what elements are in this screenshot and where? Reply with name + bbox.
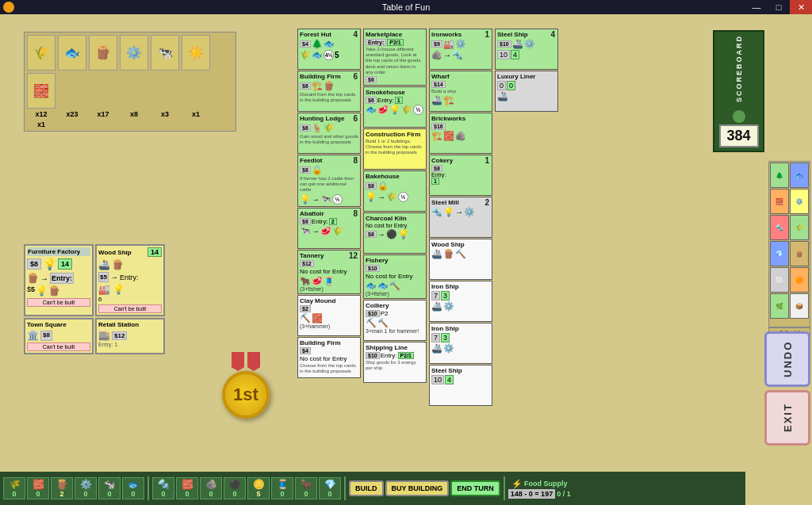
building-cokery: Cokery 1 $8 Entry: 1 xyxy=(429,155,492,196)
bottom-res-grain: 🌾 0 xyxy=(3,477,25,499)
mini-card-3: 🧱 xyxy=(770,189,789,214)
buy-building-button[interactable]: BUY BUILDING xyxy=(385,480,450,496)
minimize-button[interactable]: — xyxy=(745,0,768,14)
building-tannery: Tannery 12 $12 No cost for Entry 🐂 🥩 🧵 (… xyxy=(297,250,361,294)
mini-card-8: 🪵 xyxy=(790,241,809,266)
count-metal: x8 xyxy=(120,110,148,118)
bottom-res-gem: 💎 0 xyxy=(319,477,341,499)
town-square-card: Town Square 🏛️ $8 Can't be built xyxy=(24,318,94,354)
mini-cards-panel: 🌲 🐟 🧱 ⚙️ 🔩 🌾 💎 🪵 ⬜ 🟠 🌿 📦 xyxy=(768,161,810,327)
mini-card-4: ⚙️ xyxy=(790,189,809,214)
building-forest-hut: Forest Hut 4 $4 🌲 🐟 🌾 🐟 4½ 5 xyxy=(297,29,361,70)
bottom-res-fish: 🐟 0 xyxy=(122,477,144,499)
bottom-res-brick: 🧱 0 xyxy=(27,477,49,499)
furniture-factory-title: Furniture Factory xyxy=(27,247,90,256)
score-circle xyxy=(731,109,747,124)
mini-card-5: 🔩 xyxy=(770,215,789,240)
building-wharf: Wharf $14 Build a ship 🚢 🏗️ xyxy=(429,71,492,112)
building-brickworks: Brickworks $16 🏗️ 🧱 🪨 xyxy=(429,113,492,154)
building-col-3: Ironworks 1 $9 🏭 ⚙️ 🪨 → 🔩 Wharf xyxy=(429,29,494,406)
token-grain: 🌾 xyxy=(27,35,56,71)
score-label: SCOREBOARD xyxy=(735,35,743,102)
food-supply-area: ⚡ Food Supply 148 - 0 = 197 0 / 1 xyxy=(508,479,571,499)
town-square-title: Town Square xyxy=(27,321,90,328)
building-bakehouse: Bakehouse $8 🔒 💡 → 🌾 ½ xyxy=(363,170,427,212)
main-game-area: 🌾 🐟 🪵 ⚙️ 🐄 ☀️ 🧱 x12 x23 xyxy=(0,14,812,505)
maximize-button[interactable]: □ xyxy=(768,0,790,14)
building-fishery: Fishery $10 No cost for Entry 🐟 🐟 🔨 (3+f… xyxy=(363,254,427,299)
building-ironworks: Ironworks 1 $9 🏭 ⚙️ 🪨 → 🔩 xyxy=(429,29,492,70)
building-shipping-line: Shipping Line $10 Entry: P2/1 Ship goods… xyxy=(363,342,427,383)
buildings-area: Forest Hut 4 $4 🌲 🐟 🌾 🐟 4½ 5 xyxy=(297,29,730,472)
furniture-cant-build: Can't be built xyxy=(27,298,90,307)
build-button[interactable]: BUILD xyxy=(349,480,384,496)
special-cards-area: Furniture Factory $8 💡 14 🪵 → Entry: $5 … xyxy=(24,244,165,354)
undo-button[interactable]: UNDO xyxy=(764,331,810,387)
ribbon-left xyxy=(232,352,244,371)
mini-card-2: 🐟 xyxy=(790,163,809,188)
building-colliery: Colliery $10 P2 ⛏️ 🔨 3+man 1 for hammer! xyxy=(363,300,427,341)
action-buttons: UNDO EXIT xyxy=(764,331,812,446)
mini-card-row-1: 🌲 🐟 xyxy=(770,163,809,188)
medal-text: 1st xyxy=(233,384,259,405)
token-cattle: 🐄 xyxy=(151,35,179,71)
bottom-res-clay: 🧱 0 xyxy=(176,477,198,499)
mini-card-row-6: 🌿 📦 xyxy=(770,293,809,319)
building-steel-mill: Steel Mill 2 🔩 💡 → ⚙️ xyxy=(429,197,492,238)
mini-card-row-4: 💎 🪵 xyxy=(770,241,809,266)
medal-circle: 1st xyxy=(222,371,270,419)
wood-ship-cantbuild: Can't be built xyxy=(98,304,162,313)
bottom-res-stone: 🪨 0 xyxy=(200,477,222,499)
token-metal: ⚙️ xyxy=(120,35,148,71)
bottom-res-coal: ⚫ 0 xyxy=(224,477,246,499)
furniture-factory-num: 14 xyxy=(58,258,72,270)
bottom-res-wood: 🪵 2 xyxy=(51,477,73,499)
resource-tokens-panel: 🌾 🐟 🪵 ⚙️ 🐄 ☀️ 🧱 x12 x23 xyxy=(24,32,236,132)
building-steel-ship-bottom: Steel Ship 10 4 xyxy=(429,365,492,406)
count-grain: x12 xyxy=(27,110,56,118)
bottom-res-metal: ⚙️ 0 xyxy=(75,477,97,499)
bottom-res-cloth: 🧵 0 xyxy=(271,477,293,499)
building-luxury-liner: Luxury Liner 0 0 🚢 xyxy=(495,71,558,112)
building-col-2: Marketplace Entry: P2/1 Take 2+house dif… xyxy=(363,29,428,406)
token-wood: 🪵 xyxy=(89,35,117,71)
building-charcoal-kiln: Charcoal Kiln No cost for Entry $8 → ⚫ 💡 xyxy=(363,212,427,254)
end-turn-button[interactable]: END TURN xyxy=(450,480,500,496)
token-brick: 🧱 xyxy=(27,73,56,109)
food-supply-value: 148 - 0 = 197 xyxy=(508,489,555,499)
score-panel: SCOREBOARD 384 xyxy=(713,30,764,152)
token-sun: ☀️ xyxy=(182,35,210,71)
ribbon-right xyxy=(247,352,260,371)
window-controls[interactable]: — □ ✕ xyxy=(745,0,812,14)
building-iron-ship-1: Iron Ship 7 3 🚢 ⚙️ xyxy=(429,281,492,322)
food-fraction: 0 / 1 xyxy=(557,490,571,498)
exit-button[interactable]: EXIT xyxy=(764,390,810,446)
furniture-factory-cost: $8 xyxy=(27,258,41,270)
count-brick: x1 xyxy=(27,121,56,128)
mini-card-row-3: 🔩 🌾 xyxy=(770,215,809,240)
building-col-1: Forest Hut 4 $4 🌲 🐟 🌾 🐟 4½ 5 xyxy=(297,29,362,406)
mini-card-row-2: 🧱 ⚙️ xyxy=(770,189,809,214)
divider-1 xyxy=(147,476,149,500)
building-construction-firm: Construction Firm Build 1 or 2 buildings… xyxy=(363,128,427,170)
app-icon xyxy=(3,2,14,13)
mini-card-10: 🟠 xyxy=(790,267,809,293)
close-button[interactable]: ✕ xyxy=(790,0,812,14)
score-value: 384 xyxy=(719,124,759,147)
retail-station-card: Retail Station 🏬 $12 Entry: 1 xyxy=(95,318,165,354)
building-clay-mound: Clay Mound $2 ⛏️ 🧱 (3+hammer) xyxy=(297,295,361,336)
furniture-factory-card: Furniture Factory $8 💡 14 🪵 → Entry: $5 … xyxy=(24,244,94,316)
mini-card-7: 💎 xyxy=(770,241,789,266)
count-cattle: x3 xyxy=(151,110,179,118)
building-col-4: Steel Ship 4 $10 🚢 ⚙️ 10 4 Luxury Liner xyxy=(495,29,560,406)
building-feedlot: Feedlot 8 $8 🔒 If farmer has 2 cattle th… xyxy=(297,155,361,207)
building-iron-ship-2: Iron Ship 7 3 🚢 ⚙️ xyxy=(429,323,492,364)
bottom-action-bar: 🌾 0 🧱 0 🪵 2 ⚙️ 0 🐄 0 🐟 0 🔩 0 🧱 xyxy=(0,472,745,505)
wood-ship-num: 14 xyxy=(147,247,162,257)
mini-card-12: 📦 xyxy=(790,293,809,319)
wood-ship-title: Wood Ship xyxy=(98,249,132,256)
building-building-firm-1: Building Firm 6 $6 🏗️ 🪵 Discard from the… xyxy=(297,71,361,112)
token-fish: 🐟 xyxy=(58,35,86,71)
town-square-status: Can't be built xyxy=(27,342,90,351)
divider-3 xyxy=(504,476,505,500)
